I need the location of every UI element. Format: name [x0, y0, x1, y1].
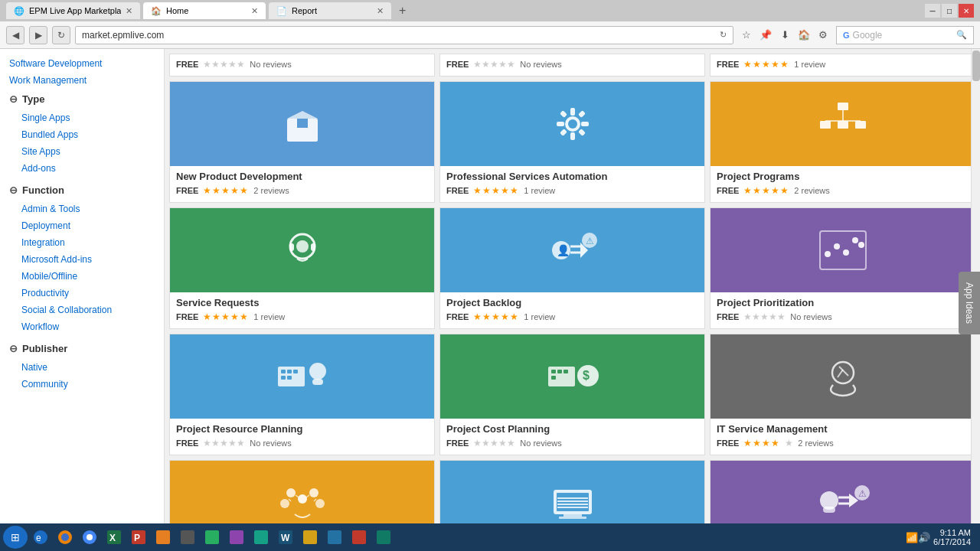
app-card-project-backlog[interactable]: 👤 ⚠ Project Backlog FREE ★★★★★ 1 review	[439, 207, 705, 329]
sidebar-section-function-header[interactable]: ⊖ Function	[0, 180, 164, 201]
sidebar-item-single-apps[interactable]: Single Apps	[0, 109, 164, 126]
app-card-resource-planning[interactable]: Project Resource Planning FREE ★★★★★ No …	[169, 334, 435, 455]
back-button[interactable]: ◀	[6, 26, 24, 44]
firefox-icon	[57, 529, 74, 546]
sidebar-item-social[interactable]: Social & Collaboration	[0, 302, 164, 318]
taskbar-icon-firefox[interactable]	[54, 526, 77, 549]
tab-epm-close[interactable]: ✕	[126, 6, 132, 16]
app-card-image-cost-planning: $	[440, 334, 704, 419]
sidebar-item-integration[interactable]: Integration	[0, 234, 164, 251]
svg-marker-1	[287, 111, 318, 119]
svg-rect-46	[551, 370, 556, 373]
top-partial-row: FREE ★★★★★ No reviews FREE ★★★★★ No revi…	[165, 49, 980, 77]
forward-button[interactable]: ▶	[29, 26, 47, 44]
taskbar-icon-chrome[interactable]	[78, 526, 101, 549]
taskbar-icon-misc9[interactable]	[372, 526, 395, 549]
taskbar-icon-misc8[interactable]	[348, 526, 371, 549]
taskbar-icon-excel[interactable]: X	[103, 526, 126, 549]
app-card-project-programs[interactable]: Project Programs FREE ★★★★★ 2 reviews	[710, 81, 975, 203]
sidebar-item-software-dev[interactable]: Software Development	[0, 55, 164, 72]
app-ideas-button[interactable]: App Ideas	[959, 272, 980, 334]
taskbar-icon-word[interactable]: W	[274, 526, 297, 549]
taskbar-icon-powerpoint[interactable]: P	[127, 526, 150, 549]
sidebar-section-type: ⊖ Type Single Apps Bundled Apps Site App…	[0, 89, 164, 177]
taskbar-icon-misc2[interactable]	[176, 526, 199, 549]
app-card-app-backlog[interactable]: ⚠ Application Backlog FREE ★★★★★ No revi…	[710, 460, 975, 523]
sidebar-item-admin-tools[interactable]: Admin & Tools	[0, 201, 164, 217]
app-card-service-requests[interactable]: Service Requests FREE ★★★★★ 1 review	[169, 207, 435, 329]
scrollbar-thumb[interactable]	[972, 51, 980, 81]
tab-report-close[interactable]: ✕	[377, 6, 384, 16]
star-icon[interactable]: ☆	[738, 27, 755, 44]
app-card-prof-services[interactable]: Professional Services Automation FREE ★★…	[439, 81, 705, 203]
sidebar-item-deployment[interactable]: Deployment	[0, 217, 164, 234]
app-card-portfolio-mgmt[interactable]: Application Portfolio Management FREE ★★…	[169, 460, 435, 523]
sidebar-item-bundled-apps[interactable]: Bundled Apps	[0, 126, 164, 143]
svg-point-82	[61, 533, 69, 541]
svg-line-54	[838, 370, 843, 377]
search-submit-icon[interactable]: 🔍	[956, 30, 967, 40]
tab-home-close[interactable]: ✕	[251, 6, 258, 16]
start-button[interactable]: ⊞	[3, 526, 28, 549]
minimize-button[interactable]: ─	[925, 4, 940, 18]
app-name-project-backlog: Project Backlog	[446, 297, 698, 308]
taskbar-icon-misc7[interactable]	[323, 526, 346, 549]
app-card-image-project-backlog: 👤 ⚠	[440, 208, 704, 292]
app-card-info-service-requests: Service Requests FREE ★★★★★ 1 review	[170, 292, 434, 328]
app-card-new-product-dev[interactable]: New Product Development FREE ★★★★★ 2 rev…	[169, 81, 435, 203]
sidebar-item-community[interactable]: Community	[0, 376, 164, 393]
partial-card-2-meta: FREE ★★★★★ No reviews	[446, 59, 698, 70]
bookmark-icon[interactable]: 📌	[757, 27, 774, 44]
settings-icon[interactable]: ⚙	[815, 27, 831, 44]
app-meta-project-programs: FREE ★★★★★ 2 reviews	[717, 185, 969, 196]
download-icon[interactable]: ⬇	[776, 27, 793, 44]
address-bar[interactable]: market.epmlive.com ↻	[75, 26, 733, 44]
app-card-it-service[interactable]: IT Service Management FREE ★★★★★ 2 revie…	[710, 334, 975, 455]
sidebar-item-native[interactable]: Native	[0, 359, 164, 376]
resource-icon	[272, 350, 333, 403]
sidebar-item-add-ons[interactable]: Add-ons	[0, 160, 164, 177]
sidebar-section-type-header[interactable]: ⊖ Type	[0, 89, 164, 109]
sidebar-section-publisher-header[interactable]: ⊖ Publisher	[0, 338, 164, 359]
sidebar-item-productivity[interactable]: Productivity	[0, 285, 164, 302]
reload-button[interactable]: ↻	[52, 26, 70, 44]
search-bar[interactable]: G Google 🔍	[836, 26, 974, 44]
new-tab-button[interactable]: +	[394, 4, 410, 18]
app-price-prof-services: FREE	[446, 186, 469, 195]
partial-card-3[interactable]: FREE ★★★★★ 1 review	[710, 54, 975, 77]
svg-rect-92	[230, 530, 243, 544]
window-controls: ─ □ ✕	[925, 4, 974, 18]
svg-text:👤: 👤	[557, 244, 570, 257]
home-nav-icon[interactable]: 🏠	[795, 27, 812, 44]
app-card-project-prioritization[interactable]: Project Prioritization FREE ★★★★★ No rev…	[710, 207, 975, 329]
search-text: Google	[853, 30, 883, 41]
taskbar-icon-misc1[interactable]	[152, 526, 175, 549]
tab-epm-label: EPM Live App Marketplace	[29, 6, 121, 15]
sidebar-item-ms-addins[interactable]: Microsoft Add-ins	[0, 251, 164, 268]
svg-rect-9	[560, 110, 567, 118]
taskbar-icon-misc4[interactable]	[225, 526, 248, 549]
sidebar-item-workflow[interactable]: Workflow	[0, 318, 164, 335]
sidebar-section-publisher: ⊖ Publisher Native Community	[0, 338, 164, 393]
sidebar-item-mobile[interactable]: Mobile/Offline	[0, 268, 164, 285]
svg-rect-15	[838, 121, 848, 129]
taskbar-icon-misc3[interactable]	[201, 526, 224, 549]
taskbar-icon-misc6[interactable]	[299, 526, 322, 549]
sidebar-item-work-mgmt[interactable]: Work Management	[0, 72, 164, 89]
sidebar-item-site-apps[interactable]: Site Apps	[0, 143, 164, 160]
svg-rect-99	[377, 530, 390, 544]
app-card-cost-planning[interactable]: $ Project Cost Planning FREE ★★★★★ No re…	[439, 334, 705, 455]
maximize-button[interactable]: □	[942, 4, 957, 18]
partial-card-2[interactable]: FREE ★★★★★ No reviews	[439, 54, 705, 77]
close-button[interactable]: ✕	[959, 4, 974, 18]
taskbar-icon-misc5[interactable]	[250, 526, 273, 549]
tab-epm[interactable]: 🌐 EPM Live App Marketplace ✕	[6, 2, 140, 19]
refresh-icon[interactable]: ↻	[720, 30, 727, 40]
tab-report[interactable]: 📄 Report ✕	[269, 2, 391, 19]
taskbar-system: 📶🔊 9:11 AM 6/17/2014	[906, 528, 977, 546]
taskbar-icon-ie[interactable]: e	[29, 526, 52, 549]
tab-home[interactable]: 🏠 Home ✕	[143, 2, 266, 19]
app-card-it-assets[interactable]: IT Assets FREE ★★★★★ No reviews	[439, 460, 705, 523]
partial-1-price: FREE	[176, 60, 198, 69]
partial-card-1[interactable]: FREE ★★★★★ No reviews	[169, 54, 435, 77]
